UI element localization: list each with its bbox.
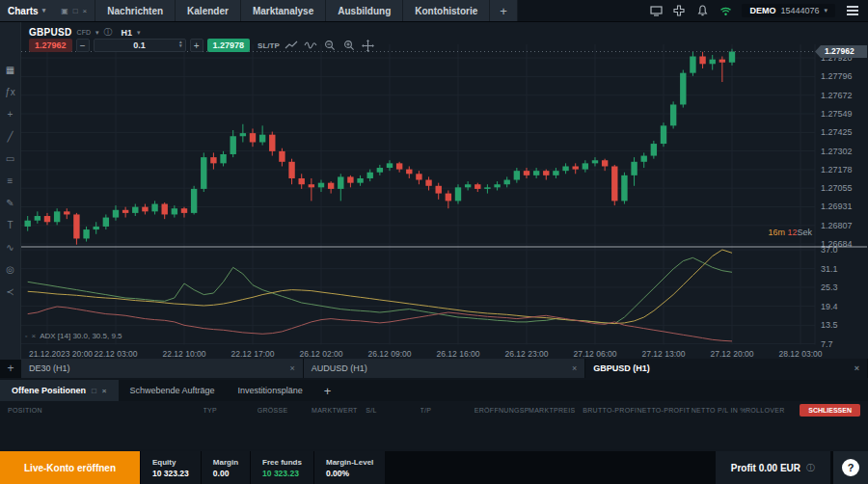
- trade-toolbar: 1.27962 − 0.1 ▴▾ + 1.27978 SL/TP: [29, 39, 376, 52]
- pencil-icon[interactable]: ✎: [3, 196, 18, 209]
- sltp-button[interactable]: SL/TP: [258, 41, 280, 50]
- volume-decrease-button[interactable]: −: [76, 39, 90, 52]
- topbar-right: DEMO 15444076 ▾: [641, 0, 868, 21]
- svg-text:25.3: 25.3: [821, 282, 838, 292]
- svg-text:22.12 03:00: 22.12 03:00: [95, 349, 138, 359]
- close-window-icon[interactable]: ×: [83, 7, 88, 15]
- col-groesse: Grösse: [258, 407, 312, 414]
- wifi-icon[interactable]: [719, 5, 732, 16]
- tab-schwebende-auftraege[interactable]: Schwebende Aufträge: [119, 380, 227, 401]
- svg-text:26.12 23:00: 26.12 23:00: [505, 349, 549, 359]
- tab-ausbildung[interactable]: Ausbildung: [326, 0, 403, 21]
- candles: [25, 49, 736, 245]
- charts-menu[interactable]: Charts ▾: [0, 0, 53, 21]
- info-icon[interactable]: ⓘ: [104, 26, 113, 39]
- formula-icon[interactable]: ƒx: [3, 85, 18, 98]
- col-netto-pl: Netto P/L in %: [692, 407, 746, 414]
- candlestick-chart[interactable]: 1.279201.277961.276721.275491.274251.273…: [0, 22, 868, 360]
- svg-text:31.1: 31.1: [821, 264, 838, 274]
- positions-table-header: Position Typ Grösse Marktwert S/L T/P Er…: [0, 401, 868, 418]
- zoom-out-icon[interactable]: [322, 39, 338, 52]
- time-axis: 21.12.2023 20:0022.12 03:0022.12 10:0022…: [29, 349, 823, 359]
- buy-price-button[interactable]: 1.27978: [207, 39, 251, 52]
- volume-stepper[interactable]: ▴▾: [179, 40, 182, 47]
- zoom-in-icon[interactable]: [341, 39, 357, 52]
- add-panel-tab-button[interactable]: +: [314, 380, 341, 401]
- countdown-seconds: 12: [787, 228, 797, 237]
- account-selector[interactable]: DEMO 15444076 ▾: [742, 4, 835, 17]
- chart-workspace: 1.279201.277961.276721.275491.274251.273…: [0, 21, 868, 359]
- popout-icon[interactable]: □: [92, 387, 96, 395]
- indicator-settings-icon[interactable]: ▫: [25, 333, 27, 339]
- gamepad-icon[interactable]: [672, 5, 686, 16]
- close-icon[interactable]: ×: [854, 363, 859, 373]
- svg-text:1.27962: 1.27962: [825, 46, 854, 56]
- tab-kontohistorie[interactable]: Kontohistorie: [403, 0, 490, 21]
- crosshair-icon[interactable]: [361, 39, 376, 52]
- svg-text:1.27672: 1.27672: [821, 91, 853, 100]
- indicator-tool-icon[interactable]: [303, 39, 318, 52]
- svg-text:7.7: 7.7: [821, 339, 833, 349]
- tab-kalender[interactable]: Kalender: [176, 0, 241, 21]
- close-icon[interactable]: ×: [572, 363, 577, 373]
- chart-type-icon[interactable]: ▦: [3, 63, 18, 76]
- chevron-down-icon[interactable]: ▾: [137, 29, 141, 37]
- timeframe-label[interactable]: H1: [122, 28, 133, 38]
- svg-text:1.27549: 1.27549: [821, 109, 853, 119]
- live-account-button[interactable]: Live-Konto eröffnen: [0, 451, 140, 484]
- maximize-window-icon[interactable]: □: [73, 7, 78, 15]
- current-price-tag: 1.27962: [815, 45, 867, 58]
- chevron-down-icon: ▾: [42, 7, 46, 14]
- help-button[interactable]: ?: [833, 451, 868, 484]
- col-netto-profit: Netto-Profit: [637, 407, 692, 414]
- text-tool-icon[interactable]: T: [3, 218, 18, 231]
- tab-nachrichten[interactable]: Nachrichten: [95, 0, 176, 21]
- grid: [21, 44, 815, 345]
- add-tab-button[interactable]: +: [490, 0, 518, 21]
- candle-countdown: 16m 12Sek: [768, 228, 812, 237]
- volume-input[interactable]: 0.1 ▴▾: [94, 39, 186, 52]
- help-icon: ?: [842, 459, 859, 476]
- charts-menu-label: Charts: [8, 6, 39, 16]
- svg-text:1.27178: 1.27178: [821, 165, 853, 175]
- symbol-label[interactable]: GBPUSD: [29, 27, 72, 38]
- indicator-remove-icon[interactable]: ×: [31, 332, 36, 340]
- chevron-down-icon[interactable]: ▾: [95, 29, 99, 37]
- close-all-button[interactable]: Schliessen: [800, 404, 860, 417]
- share-icon[interactable]: ≺: [3, 284, 18, 298]
- chart-tab-audusd[interactable]: AUDUSD (H1) ×: [304, 359, 586, 378]
- indicator-lines: [28, 250, 732, 341]
- svg-text:22.12 17:00: 22.12 17:00: [231, 349, 275, 359]
- restore-window-icon[interactable]: ▣: [61, 7, 68, 15]
- countdown-unit: Sek: [797, 228, 812, 237]
- close-icon[interactable]: ×: [102, 387, 107, 395]
- account-number: 15444076: [780, 6, 819, 15]
- volume-increase-button[interactable]: +: [190, 39, 203, 52]
- menu-icon[interactable]: [845, 4, 860, 17]
- chart-tab-de30[interactable]: DE30 (H1) ×: [21, 359, 304, 378]
- tab-marktanalyse[interactable]: Marktanalyse: [241, 0, 326, 21]
- monitor-icon[interactable]: [649, 5, 663, 16]
- trendline-icon[interactable]: ╱: [3, 129, 18, 143]
- col-tp: T/P: [420, 407, 475, 414]
- col-rollover: Rollover: [746, 407, 800, 414]
- chart-tab-gbpusd[interactable]: GBPUSD (H1) ×: [585, 359, 868, 378]
- bell-icon[interactable]: [695, 5, 709, 16]
- indicators-icon[interactable]: ∿: [3, 240, 18, 254]
- sell-price-button[interactable]: 1.27962: [29, 39, 72, 52]
- ellipse-icon[interactable]: ◎: [3, 262, 18, 276]
- close-icon[interactable]: ×: [289, 363, 294, 373]
- add-chart-tab-button[interactable]: +: [0, 359, 21, 378]
- svg-text:26.12 16:00: 26.12 16:00: [437, 349, 480, 359]
- rectangle-icon[interactable]: ▭: [3, 151, 18, 165]
- add-icon[interactable]: +: [3, 107, 18, 121]
- positions-table-body: [0, 418, 868, 449]
- metric-margin: Margin 0.00: [201, 451, 250, 484]
- col-marktpreis: Marktpreis: [529, 407, 583, 414]
- trendline-tool-icon[interactable]: [284, 39, 299, 52]
- account-type: DEMO: [749, 6, 775, 15]
- tab-offene-positionen[interactable]: Offene Positionen □ ×: [0, 380, 119, 401]
- svg-text:26.12 02:00: 26.12 02:00: [300, 349, 343, 359]
- tab-investitionsplaene[interactable]: Investitionspläne: [227, 380, 314, 401]
- fibonacci-icon[interactable]: ≡: [3, 174, 18, 187]
